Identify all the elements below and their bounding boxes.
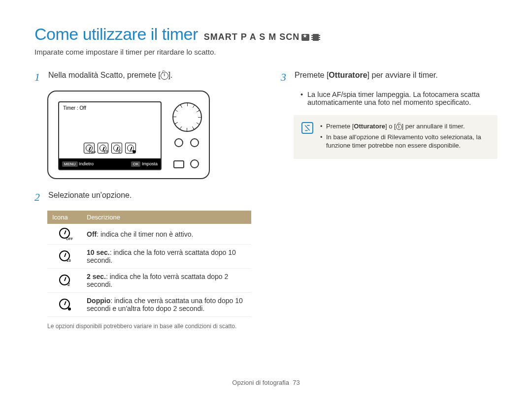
step-2: 2 Selezionate un'opzione. xyxy=(34,191,251,204)
timer-off-icon xyxy=(59,228,70,239)
th-icon: Icona xyxy=(47,211,82,224)
lcd-option-double xyxy=(125,143,136,154)
lcd-option-off xyxy=(84,143,95,154)
timer-options-table: Icona Descrizione Off: indica che il tim… xyxy=(47,211,251,317)
mode-icon-movie xyxy=(311,34,320,41)
camera-button xyxy=(190,138,199,147)
page-footer: Opzioni di fotografia 73 xyxy=(0,379,532,386)
mode-icon-scene xyxy=(301,34,309,41)
lcd-timer-label: Timer : Off xyxy=(63,105,86,111)
step-number: 1 xyxy=(34,71,43,84)
step-3-text: Premete [Otturatore] per avviare il time… xyxy=(295,71,438,84)
camera-dial xyxy=(172,102,202,132)
lcd-option-10s xyxy=(98,143,108,154)
timer-double-icon xyxy=(59,299,70,309)
page-title: Come utilizzare il timer xyxy=(34,25,198,44)
note-item: Premete [Otturatore] o [] per annullare … xyxy=(320,122,490,131)
lcd-bottom-bar: MENU Indietro OK Imposta xyxy=(59,158,161,169)
table-row: 2 sec.: indica che la foto verrà scattat… xyxy=(47,269,251,293)
menu-button-tag: MENU xyxy=(62,161,78,167)
table-row: Doppio: indica che verrà scattata una fo… xyxy=(47,293,251,317)
step-1-text: Nella modalità Scatto, premete []. xyxy=(48,71,173,84)
note-box: Premete [Otturatore] o [] per annullare … xyxy=(294,115,498,159)
timer-icon xyxy=(161,72,168,80)
step-2-text: Selezionate un'opzione. xyxy=(48,191,132,204)
page-subtitle: Imparate come impostare il timer per rit… xyxy=(34,48,498,56)
lcd-timer-options xyxy=(59,143,161,154)
camera-button xyxy=(173,160,184,168)
camera-button xyxy=(190,159,199,168)
table-row: Off: indica che il timer non è attivo. xyxy=(47,224,251,245)
camera-lcd: Timer : Off MENU Indietro OK Imposta xyxy=(58,101,162,170)
table-row: 10 sec.: indica che la foto verrà scatta… xyxy=(47,245,251,269)
th-desc: Descrizione xyxy=(82,211,251,224)
step-3-bullets: La luce AF/spia timer lampeggia. La foto… xyxy=(300,91,498,106)
camera-illustration: Timer : Off MENU Indietro OK Imposta xyxy=(47,91,210,179)
camera-button xyxy=(174,138,183,147)
timer-10s-icon xyxy=(59,250,70,261)
step-number: 3 xyxy=(281,71,290,84)
options-footnote: Le opzioni disponibili potrebbero variar… xyxy=(47,323,251,330)
timer-icon xyxy=(396,124,402,130)
bullet-item: La luce AF/spia timer lampeggia. La foto… xyxy=(300,91,498,106)
lcd-option-2s xyxy=(111,143,122,154)
step-1: 1 Nella modalità Scatto, premete []. xyxy=(34,71,251,84)
timer-2s-icon xyxy=(59,275,70,285)
ok-button-tag: OK xyxy=(131,161,141,167)
step-number: 2 xyxy=(34,191,43,204)
note-item: In base all'opzione di Rilevamento volto… xyxy=(320,133,490,150)
note-icon xyxy=(301,122,313,134)
mode-list: SMART P A S M SCN xyxy=(204,32,320,42)
step-3: 3 Premete [Otturatore] per avviare il ti… xyxy=(281,71,498,84)
